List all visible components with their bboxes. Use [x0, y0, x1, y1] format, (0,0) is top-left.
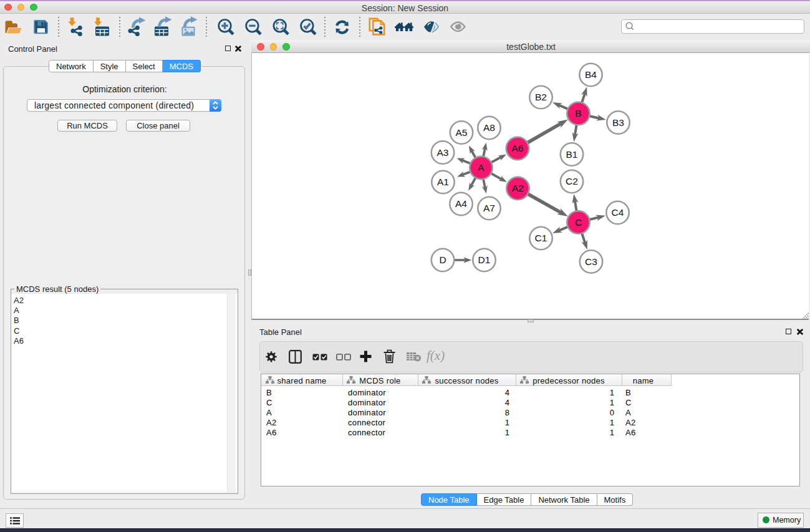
- svg-text:B1: B1: [566, 149, 578, 160]
- svg-text:C2: C2: [566, 176, 578, 186]
- svg-text:A: A: [478, 162, 485, 173]
- svg-text:D1: D1: [478, 254, 491, 265]
- svg-text:C1: C1: [535, 233, 547, 243]
- svg-text:A7: A7: [483, 203, 495, 213]
- svg-text:B2: B2: [535, 92, 547, 102]
- svg-text:A8: A8: [483, 122, 495, 133]
- svg-text:C3: C3: [585, 256, 597, 267]
- svg-text:C: C: [575, 217, 582, 228]
- svg-text:B: B: [575, 108, 581, 118]
- svg-text:A2: A2: [512, 183, 524, 193]
- svg-text:B4: B4: [585, 69, 597, 80]
- svg-text:A4: A4: [455, 198, 467, 209]
- svg-text:B3: B3: [612, 117, 624, 128]
- svg-text:D: D: [439, 254, 446, 265]
- svg-text:A5: A5: [456, 127, 468, 138]
- svg-text:A6: A6: [512, 143, 524, 153]
- svg-text:A1: A1: [437, 177, 449, 187]
- svg-text:A3: A3: [437, 147, 449, 158]
- svg-text:C4: C4: [612, 207, 624, 218]
